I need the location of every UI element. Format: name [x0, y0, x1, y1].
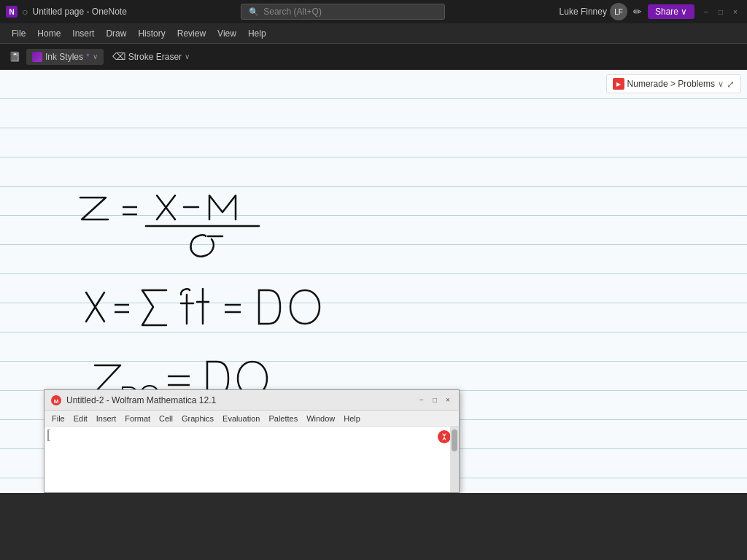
minimize-button[interactable]: − — [700, 6, 712, 18]
math-menu-cell[interactable]: Cell — [155, 413, 177, 424]
numerade-chevron-icon[interactable]: ∨ — [718, 79, 724, 89]
notebook-area: Numerade > Problems ∨ ⤢ — [0, 70, 747, 493]
svg-point-20 — [438, 430, 451, 443]
math-menu-file[interactable]: File — [47, 413, 69, 424]
user-avatar: LF — [610, 3, 627, 20]
cell-bracket — [47, 429, 50, 441]
ink-styles-label: Ink Styles — [45, 52, 83, 62]
ink-styles-icon — [32, 52, 42, 62]
ribbon-toolbar: 📓 Ink Styles * ∨ ⌫ Stroke Eraser ∨ — [0, 44, 747, 70]
scroll-thumb[interactable] — [452, 429, 457, 451]
math-menu-edit[interactable]: Edit — [69, 413, 92, 424]
search-placeholder: Search (Alt+Q) — [263, 7, 322, 17]
math-menu-window[interactable]: Window — [302, 413, 339, 424]
search-box[interactable]: 🔍 Search (Alt+Q) — [241, 4, 445, 20]
titlebar-left: N ○ Untitled page - OneNote — [6, 6, 127, 18]
math-titlebar-left: M Untitled-2 - Wolfram Mathematica 12.1 — [50, 394, 216, 406]
stroke-eraser-button[interactable]: ⌫ Stroke Eraser ∨ — [107, 48, 196, 65]
stroke-eraser-chevron-icon: ∨ — [185, 52, 190, 61]
share-chevron-icon: ∨ — [681, 7, 687, 17]
search-icon: 🔍 — [249, 7, 259, 17]
menu-draw[interactable]: Draw — [100, 26, 132, 42]
menu-history[interactable]: History — [132, 26, 171, 42]
menu-file[interactable]: File — [6, 26, 31, 42]
share-label: Share — [655, 7, 678, 17]
menu-bar: File Home Insert Draw History Review Vie… — [0, 23, 747, 44]
close-button[interactable]: × — [729, 6, 741, 18]
math-minimize-button[interactable]: − — [417, 395, 427, 405]
numerade-text: Numerade > Problems — [627, 79, 715, 89]
math-titlebar-right: − □ × — [417, 395, 453, 405]
scrollbar-vertical[interactable] — [450, 427, 459, 492]
svg-text:M: M — [54, 398, 59, 405]
math-menu-palettes[interactable]: Palettes — [264, 413, 302, 424]
math-content-area — [44, 427, 459, 492]
numerade-bar[interactable]: Numerade > Problems ∨ ⤢ — [606, 74, 741, 93]
math-menu-format[interactable]: Format — [120, 413, 155, 424]
mathematica-window: M Untitled-2 - Wolfram Mathematica 12.1 … — [44, 389, 460, 493]
menu-help[interactable]: Help — [242, 26, 272, 42]
mathematica-logo: M — [50, 394, 62, 406]
menu-review[interactable]: Review — [171, 26, 212, 42]
taskbar-gap — [0, 493, 747, 528]
math-titlebar: M Untitled-2 - Wolfram Mathematica 12.1 … — [44, 390, 459, 411]
window-controls: − □ × — [700, 6, 741, 18]
menu-insert[interactable]: Insert — [66, 26, 100, 42]
share-button[interactable]: Share ∨ — [648, 4, 694, 19]
numerade-expand-icon[interactable]: ⤢ — [727, 79, 735, 90]
title-bar: N ○ Untitled page - OneNote 🔍 Search (Al… — [0, 0, 747, 23]
stroke-eraser-label: Stroke Eraser — [128, 52, 182, 62]
maximize-button[interactable]: □ — [715, 6, 727, 18]
user-section: Luke Finney LF — [560, 3, 627, 20]
math-close-button[interactable]: × — [443, 395, 453, 405]
math-menu-bar: File Edit Insert Format Cell Graphics Ev… — [44, 411, 459, 427]
menu-home[interactable]: Home — [31, 26, 66, 42]
pen-icon[interactable]: ✏ — [633, 6, 642, 18]
ink-styles-button[interactable]: Ink Styles * ∨ — [26, 49, 104, 65]
user-name: Luke Finney — [560, 7, 607, 17]
menu-view[interactable]: View — [212, 26, 242, 42]
wolfram-logo-button[interactable] — [437, 429, 452, 447]
math-menu-evaluation[interactable]: Evaluation — [218, 413, 264, 424]
titlebar-center: 🔍 Search (Alt+Q) — [127, 4, 560, 20]
math-menu-graphics[interactable]: Graphics — [177, 413, 218, 424]
math-maximize-button[interactable]: □ — [430, 395, 440, 405]
ink-styles-chevron-icon: ∨ — [93, 52, 98, 61]
eraser-icon: ⌫ — [112, 51, 125, 62]
window-title: Untitled page - OneNote — [32, 7, 126, 17]
mathematica-title: Untitled-2 - Wolfram Mathematica 12.1 — [66, 395, 216, 405]
titlebar-right: Luke Finney LF ✏ Share ∨ − □ × — [560, 3, 741, 20]
ink-styles-asterisk: * — [86, 52, 90, 62]
onenote-app-icon: N — [6, 6, 18, 18]
math-menu-insert[interactable]: Insert — [92, 413, 121, 424]
numerade-logo — [613, 78, 624, 90]
math-menu-help[interactable]: Help — [339, 413, 365, 424]
notebook-icon: 📓 — [6, 51, 23, 62]
system-icon: ○ — [22, 6, 28, 18]
